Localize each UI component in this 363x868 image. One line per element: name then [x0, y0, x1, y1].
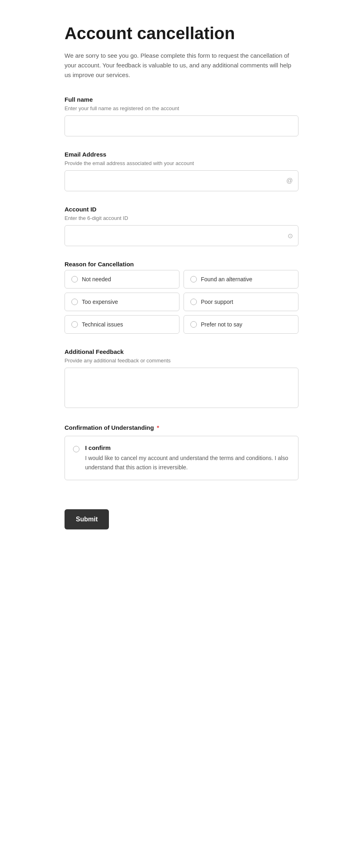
radio-circle-technical-issues [71, 321, 78, 328]
accountid-field-group: Account ID Enter the 6-digit account ID … [65, 206, 298, 246]
submit-button[interactable]: Submit [65, 509, 109, 529]
reason-option-label-found-alternative: Found an alternative [201, 276, 252, 282]
fullname-input[interactable] [65, 115, 298, 136]
confirmation-label: Confirmation of Understanding * [65, 424, 298, 431]
feedback-textarea[interactable] [65, 368, 298, 408]
page-description: We are sorry to see you go. Please compl… [65, 51, 298, 80]
fullname-label: Full name [65, 96, 298, 103]
confirmation-text-block: I confirm I would like to cancel my acco… [85, 444, 290, 472]
accountid-label: Account ID [65, 206, 298, 213]
email-input[interactable] [65, 170, 298, 191]
feedback-hint: Provide any additional feedback or comme… [65, 358, 298, 364]
email-field-group: Email Address Provide the email address … [65, 151, 298, 191]
confirmation-radio[interactable] [73, 446, 79, 452]
fullname-field-group: Full name Enter your full name as regist… [65, 96, 298, 136]
confirmation-field-group: Confirmation of Understanding * I confir… [65, 424, 298, 480]
email-label: Email Address [65, 151, 298, 158]
reason-option-label-too-expensive: Too expensive [82, 299, 118, 305]
fullname-hint: Enter your full name as registered on th… [65, 105, 298, 111]
radio-circle-not-needed [71, 276, 78, 282]
email-input-wrapper: @ [65, 170, 298, 191]
radio-circle-poor-support [190, 299, 197, 305]
reason-option-label-poor-support: Poor support [201, 299, 233, 305]
confirm-description: I would like to cancel my account and un… [85, 455, 288, 470]
radio-circle-prefer-not-to-say [190, 321, 197, 328]
accountid-input-wrapper: ⊙ [65, 225, 298, 246]
reason-option-label-not-needed: Not needed [82, 276, 111, 282]
page-container: Account cancellation We are sorry to see… [48, 0, 315, 562]
reason-radio-grid: Not needed Found an alternative Too expe… [65, 270, 298, 334]
reason-option-label-technical-issues: Technical issues [82, 321, 123, 328]
email-hint: Provide the email address associated wit… [65, 160, 298, 166]
reason-option-prefer-not-to-say[interactable]: Prefer not to say [184, 315, 298, 334]
confirmation-box: I confirm I would like to cancel my acco… [65, 436, 298, 480]
page-title: Account cancellation [65, 24, 298, 43]
radio-circle-found-alternative [190, 276, 197, 282]
reason-option-not-needed[interactable]: Not needed [65, 270, 179, 289]
reason-field-group: Reason for Cancellation Not needed Found… [65, 261, 298, 334]
reason-label: Reason for Cancellation [65, 261, 298, 268]
radio-circle-too-expensive [71, 299, 78, 305]
accountid-input[interactable] [65, 225, 298, 246]
feedback-label: Additional Feedback [65, 348, 298, 355]
reason-option-too-expensive[interactable]: Too expensive [65, 293, 179, 311]
required-asterisk: * [155, 424, 159, 431]
confirm-title: I confirm [85, 444, 290, 451]
feedback-field-group: Additional Feedback Provide any addition… [65, 348, 298, 410]
reason-option-label-prefer-not-to-say: Prefer not to say [201, 321, 242, 328]
accountid-hint: Enter the 6-digit account ID [65, 215, 298, 221]
reason-option-found-alternative[interactable]: Found an alternative [184, 270, 298, 289]
reason-option-poor-support[interactable]: Poor support [184, 293, 298, 311]
reason-option-technical-issues[interactable]: Technical issues [65, 315, 179, 334]
